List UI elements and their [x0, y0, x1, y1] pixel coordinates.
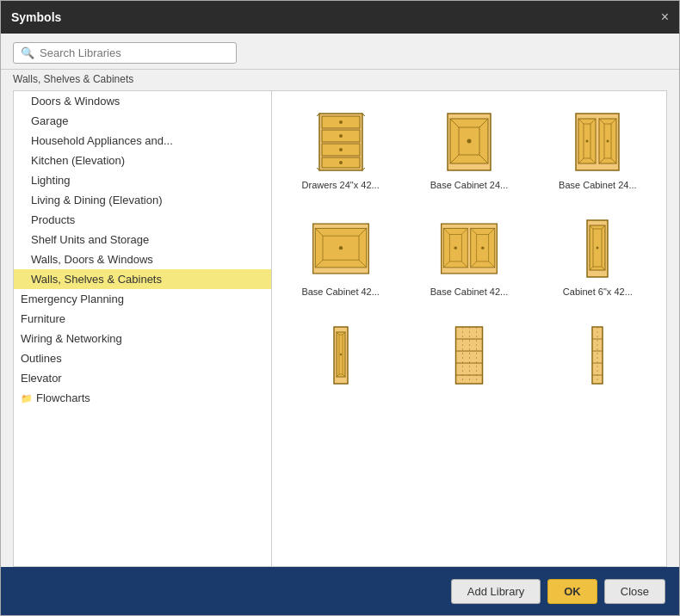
symbol-svg-base-cabinet1	[439, 112, 499, 172]
sidebar-item-doors-windows[interactable]: Doors & Windows	[14, 91, 271, 111]
symbol-label: Base Cabinet 42...	[301, 286, 380, 297]
svg-point-7	[339, 148, 343, 151]
symbol-item[interactable]: Base Cabinet 24...	[409, 100, 529, 198]
symbol-svg-cabinet-narrow	[567, 219, 627, 279]
symbol-label: Cabinet 6"x 42...	[563, 286, 633, 297]
symbol-canvas	[559, 321, 636, 390]
symbol-svg-cabinet-tall1	[311, 325, 371, 385]
symbol-item[interactable]: Cabinet 6"x 42...	[538, 206, 658, 305]
sidebar-item-emergency[interactable]: Emergency Planning	[14, 289, 271, 309]
symbol-svg-base-cabinet2	[567, 112, 627, 172]
svg-point-57	[454, 246, 457, 249]
folder-icon: 📁	[21, 393, 33, 403]
symbol-svg-drawers	[311, 112, 371, 172]
symbol-canvas	[430, 108, 508, 176]
title-bar: Symbols ×	[1, 1, 679, 34]
symbol-item[interactable]	[409, 313, 529, 401]
title-close-button[interactable]: ×	[661, 10, 669, 24]
symbol-canvas	[430, 321, 508, 390]
sidebar-item-lighting[interactable]: Lighting	[14, 170, 271, 190]
svg-point-5	[339, 120, 343, 124]
toolbar: 🔍	[1, 34, 679, 70]
sidebar-item-outlines[interactable]: Outlines	[14, 348, 271, 368]
footer: Add Library OK Close	[1, 567, 679, 615]
svg-point-43	[338, 246, 342, 249]
sidebar-item-household[interactable]: Household Appliances and...	[14, 131, 271, 151]
svg-point-74	[339, 354, 341, 355]
symbol-label: Base Cabinet 24...	[430, 180, 509, 190]
sidebar-item-elevator[interactable]: Elevator	[14, 368, 271, 388]
svg-point-66	[597, 247, 599, 249]
symbol-svg-base-cabinet3	[311, 219, 371, 279]
sidebar-item-wiring[interactable]: Wiring & Networking	[14, 329, 271, 348]
svg-point-6	[339, 134, 343, 138]
symbol-canvas	[559, 214, 636, 283]
symbol-item[interactable]: Base Cabinet 24...	[538, 100, 658, 198]
symbol-canvas	[302, 108, 380, 176]
breadcrumb: Walls, Shelves & Cabinets	[1, 70, 679, 90]
symbol-canvas	[430, 214, 508, 283]
ok-button[interactable]: OK	[547, 579, 597, 604]
symbol-label: Base Cabinet 24...	[559, 180, 637, 190]
sidebar-item-products[interactable]: Products	[14, 210, 271, 230]
sidebar-item-walls-shelves[interactable]: Walls, Shelves & Cabinets	[14, 269, 271, 289]
symbol-item[interactable]: Drawers 24"x 42...	[281, 100, 400, 198]
sidebar-item-kitchen[interactable]: Kitchen (Elevation)	[14, 151, 271, 170]
symbol-grid: Drawers 24"x 42...	[272, 91, 666, 566]
sidebar-item-garage[interactable]: Garage	[14, 111, 271, 131]
main-content: Doors & Windows Garage Household Applian…	[13, 90, 667, 567]
svg-point-58	[481, 246, 485, 249]
close-button[interactable]: Close	[604, 579, 665, 604]
symbol-item[interactable]	[538, 313, 658, 401]
svg-point-20	[467, 139, 471, 144]
search-box: 🔍	[13, 42, 237, 64]
search-icon: 🔍	[21, 46, 34, 59]
sidebar-item-living-dining[interactable]: Living & Dining (Elevation)	[14, 190, 271, 210]
svg-point-35	[607, 140, 609, 143]
symbol-svg-cabinet-tall2	[439, 325, 499, 385]
svg-point-8	[339, 161, 343, 164]
symbol-item[interactable]: Base Cabinet 42...	[281, 206, 400, 305]
symbol-item[interactable]: Base Cabinet 42...	[409, 206, 529, 305]
add-library-button[interactable]: Add Library	[451, 579, 541, 604]
symbol-label: Base Cabinet 42...	[430, 286, 509, 297]
left-panel: Doors & Windows Garage Household Applian…	[14, 91, 272, 566]
sidebar-item-furniture[interactable]: Furniture	[14, 309, 271, 329]
dialog-title: Symbols	[11, 10, 61, 24]
search-input[interactable]	[40, 46, 229, 59]
symbol-label: Drawers 24"x 42...	[302, 180, 380, 190]
svg-point-34	[586, 140, 589, 143]
symbol-svg-cabinet-tall3	[567, 325, 627, 385]
symbol-canvas	[302, 214, 380, 283]
symbol-svg-base-cabinet4	[439, 219, 499, 279]
symbol-canvas	[302, 321, 380, 390]
symbol-item[interactable]	[281, 313, 400, 401]
sidebar-item-flowcharts[interactable]: 📁Flowcharts	[14, 388, 271, 408]
symbol-canvas	[559, 108, 636, 176]
sidebar-item-walls-doors[interactable]: Walls, Doors & Windows	[14, 249, 271, 269]
symbols-dialog: Symbols × 🔍 Walls, Shelves & Cabinets Do…	[0, 0, 680, 616]
sidebar-item-shelf-units[interactable]: Shelf Units and Storage	[14, 230, 271, 249]
